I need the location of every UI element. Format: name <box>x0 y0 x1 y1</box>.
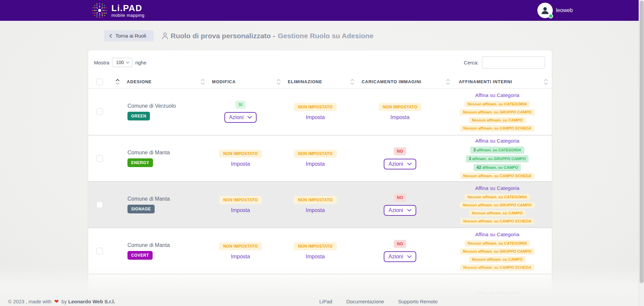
title-secondary: Gestione Ruolo su Adesione <box>278 32 373 40</box>
rows-per-page-select[interactable]: 100 <box>112 58 132 67</box>
status-badge: NO <box>394 147 406 155</box>
adesione-tag: GREEN <box>127 112 150 120</box>
row-checkbox[interactable] <box>96 155 103 162</box>
azioni-dropdown[interactable]: Azioni <box>384 205 416 216</box>
sort-asc-icon[interactable] <box>446 79 450 81</box>
affinamento-badge: Nessun affinam. su GRUPPO CAMPO <box>460 248 535 255</box>
imposta-link[interactable]: Imposta <box>306 254 325 260</box>
sort-desc-icon[interactable] <box>446 83 450 85</box>
azioni-dropdown[interactable]: Azioni <box>224 112 257 123</box>
table-row: Comune di Manta SIGNAGE NON IMPOSTATO Im… <box>88 181 552 227</box>
footer: © 2023 , made with ❤ by Leonardo Web S.r… <box>0 297 639 306</box>
affina-categoria-link[interactable]: Affina su Categoria <box>475 290 520 296</box>
affinamento-badge: Nessun affinam. su CAMPO SCHEDA <box>460 218 534 224</box>
row-checkbox[interactable] <box>96 248 103 254</box>
sort-desc-icon[interactable] <box>201 83 205 85</box>
status-badge: NON IMPOSTATO <box>294 196 336 204</box>
imposta-link[interactable]: Imposta <box>306 161 325 167</box>
adesione-name: Comune di Verzuolo <box>127 103 176 109</box>
row-checkbox[interactable] <box>96 108 103 115</box>
imposta-link[interactable]: Imposta <box>306 114 325 120</box>
sort-desc-icon[interactable] <box>277 83 280 85</box>
company-name: Leonardo Web S.r.l. <box>68 299 115 304</box>
sort-icons-affinamenti[interactable] <box>441 79 454 85</box>
affinamento-badge: Nessun affinam. su CAMPO SCHEDA <box>460 125 534 132</box>
row-checkbox[interactable] <box>96 201 103 208</box>
affina-categoria-link[interactable]: Affina su Categoria <box>475 138 520 144</box>
table-card: Mostra 100 righe Cerca: ADESIO <box>88 50 552 306</box>
chevron-down-icon <box>407 163 412 165</box>
sort-desc-icon[interactable] <box>351 83 354 85</box>
affina-categoria-link[interactable]: Affina su Categoria <box>475 232 520 238</box>
column-header-modifica[interactable]: MODIFICA <box>209 79 272 84</box>
status-badge: NON IMPOSTATO <box>219 196 262 204</box>
imposta-link[interactable]: Imposta <box>231 207 250 213</box>
footer-link-lipad[interactable]: LiPad <box>319 299 332 304</box>
rows-per-page-value: 100 <box>116 60 124 65</box>
status-badge: NON IMPOSTATO <box>294 103 336 111</box>
adesione-name: Comune di Manta <box>127 242 170 248</box>
column-header-affinamenti-interni[interactable]: AFFINAMENTI INTERNI <box>454 79 540 84</box>
adesione-name: Comune di Manta <box>127 196 170 202</box>
affinamento-badge: Nessun affinam. su CATEGORIA <box>465 240 530 247</box>
imposta-link[interactable]: Imposta <box>306 207 325 213</box>
logo-title: Li.PAD <box>111 4 145 12</box>
sort-icons-caricamento[interactable] <box>345 79 359 85</box>
sort-asc-icon[interactable] <box>277 79 280 81</box>
affina-categoria-link[interactable]: Affina su Categoria <box>475 185 520 191</box>
status-badge: NON IMPOSTATO <box>219 150 262 158</box>
avatar <box>537 3 553 18</box>
affinamento-badge: Nessun affinam. su GRUPPO CAMPO <box>460 109 535 115</box>
adesione-tag: COVERT <box>127 251 153 260</box>
status-badge: SI <box>235 101 246 109</box>
logo-starburst-icon <box>90 1 109 20</box>
column-header-caricamento-immagini[interactable]: CARICAMENTO IMMAGINI <box>359 79 441 84</box>
column-header-adesione[interactable]: ADESIONE <box>124 79 196 84</box>
search: Cerca: <box>464 56 545 68</box>
table-row: Comune di Manta COVERT NON IMPOSTATO Imp… <box>88 227 552 274</box>
title-primary: Ruolo di prova personalizzato - <box>171 32 275 40</box>
status-badge: NON IMPOSTATO <box>294 150 336 158</box>
sort-icons-eliminazione[interactable] <box>272 79 285 85</box>
sort-icons-adesione[interactable] <box>111 79 124 85</box>
imposta-link[interactable]: Imposta <box>390 114 410 120</box>
footer-link-supporto-remoto[interactable]: Supporto Remoto <box>398 299 438 304</box>
back-button[interactable]: Torna ai Ruoli <box>104 30 154 41</box>
footer-link-documentazione[interactable]: Documentazione <box>346 299 384 304</box>
lipad-logo[interactable]: Li.PAD mobile mapping <box>90 1 145 20</box>
status-badge: NO <box>394 240 406 248</box>
imposta-link[interactable]: Imposta <box>231 161 250 167</box>
status-badge: NON IMPOSTATO <box>379 103 421 111</box>
table-row: Comune di Verzuolo GREEN SI Azioni NON I… <box>88 89 552 135</box>
azioni-label: Azioni <box>229 114 244 120</box>
affinamento-badge: Nessun affinam. su CAMPO <box>469 117 526 123</box>
sort-asc-icon[interactable] <box>351 79 354 81</box>
azioni-dropdown[interactable]: Azioni <box>384 251 416 262</box>
sort-icons-end[interactable] <box>540 79 552 85</box>
rows-per-page: Mostra 100 righe <box>94 58 147 67</box>
affina-categoria-link[interactable]: Affina su Categoria <box>475 92 520 98</box>
sort-asc-icon[interactable] <box>544 79 548 81</box>
scrollbar-thumb[interactable] <box>640 1 644 283</box>
affinamento-badge: Nessun affinam. su CAMPO <box>469 256 526 263</box>
imposta-link[interactable]: Imposta <box>231 254 250 260</box>
sort-asc-icon[interactable] <box>201 79 205 81</box>
sort-icons-modifica[interactable] <box>196 79 209 85</box>
search-input[interactable] <box>482 56 545 68</box>
select-all-checkbox[interactable] <box>96 79 103 85</box>
sort-desc-icon[interactable] <box>544 83 548 85</box>
sort-desc-icon[interactable] <box>116 83 119 85</box>
user-menu[interactable]: leoweb <box>537 3 573 18</box>
username: leoweb <box>556 7 573 13</box>
person-icon <box>162 32 168 39</box>
affinamento-badge: Nessun affinam. su CAMPO SCHEDA <box>460 173 534 179</box>
online-status-dot <box>548 14 553 18</box>
azioni-dropdown[interactable]: Azioni <box>384 159 416 169</box>
back-button-label: Torna ai Ruoli <box>115 33 146 39</box>
topbar: Li.PAD mobile mapping leoweb <box>0 0 644 21</box>
sort-asc-icon[interactable] <box>116 79 119 81</box>
status-badge: NO <box>394 194 406 202</box>
scrollbar[interactable] <box>639 0 644 306</box>
column-header-eliminazione[interactable]: ELIMINAZIONE <box>285 79 345 84</box>
table-row: Comune di Manta ENERGY NON IMPOSTATO Imp… <box>88 135 552 181</box>
